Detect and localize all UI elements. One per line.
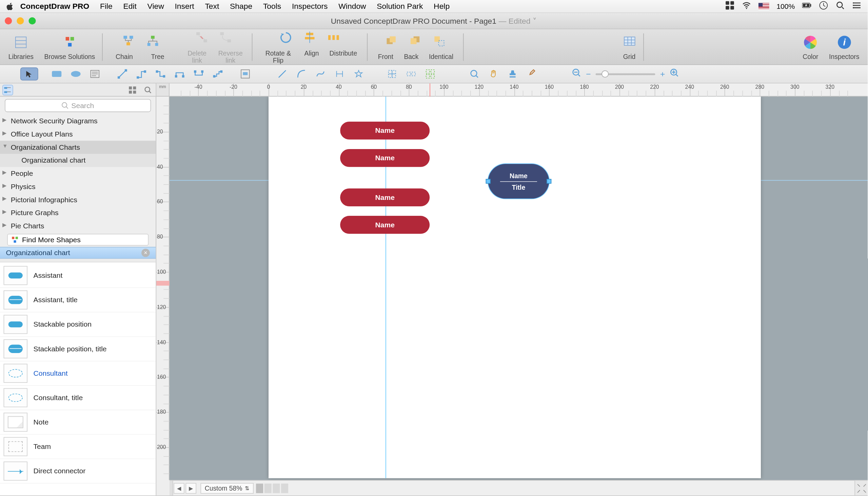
eyedropper-tool[interactable] [523, 67, 541, 81]
line-tool[interactable] [113, 67, 131, 81]
menu-solution-park[interactable]: Solution Park [377, 2, 423, 11]
insert-shape-tool[interactable] [236, 67, 254, 81]
next-page-button[interactable]: ▶ [185, 483, 196, 494]
category-subitem[interactable]: Organizational chart [0, 154, 155, 167]
stamp-tool[interactable] [504, 67, 522, 81]
org-consultant-shape[interactable]: NameTitle [488, 164, 549, 199]
shape-item[interactable]: Direct connector [0, 459, 155, 483]
menu-insert[interactable]: Insert [175, 2, 194, 11]
library-header[interactable]: Organizational chart × [0, 247, 155, 259]
shape-item[interactable]: Consultant, title [0, 386, 155, 410]
browse-solutions-button[interactable]: Browse Solutions [39, 29, 100, 64]
menu-tools[interactable]: Tools [263, 2, 281, 11]
page-tab-1[interactable] [256, 483, 263, 493]
inspectors-button[interactable]: i Inspectors [824, 29, 864, 64]
dimension-tool[interactable] [331, 67, 348, 81]
control-center-icon[interactable] [725, 1, 735, 12]
org-position-shape[interactable]: Name [340, 188, 430, 206]
reverse-link-button[interactable] [219, 31, 232, 46]
zoom-window-button[interactable] [29, 17, 35, 25]
curve-tool[interactable] [292, 67, 310, 81]
fit-to-window-button[interactable] [854, 480, 868, 496]
tree-button[interactable] [147, 34, 160, 50]
arc-tool[interactable] [273, 67, 291, 81]
pointer-tool[interactable] [20, 67, 38, 81]
select-all-tool[interactable] [421, 67, 439, 81]
page-tabs[interactable] [256, 483, 288, 493]
page[interactable]: NameNameNameNameNameTitle [269, 96, 761, 478]
menu-window[interactable]: Window [339, 2, 366, 11]
back-button[interactable] [409, 34, 422, 50]
menu-help[interactable]: Help [434, 2, 450, 11]
wifi-icon[interactable] [742, 1, 751, 12]
spotlight-icon[interactable] [836, 1, 845, 12]
vertical-ruler[interactable]: 20406080100120140160180200 [156, 96, 169, 480]
close-window-button[interactable] [5, 17, 12, 25]
org-position-shape[interactable]: Name [340, 216, 430, 234]
menu-inspectors[interactable]: Inspectors [292, 2, 328, 11]
menu-edit[interactable]: Edit [123, 2, 136, 11]
connector-u-tool[interactable] [190, 67, 208, 81]
category-item[interactable]: Network Security Diagrams [0, 114, 155, 128]
prev-page-button[interactable]: ◀ [174, 483, 184, 494]
org-position-shape[interactable]: Name [340, 122, 430, 140]
hand-tool[interactable] [484, 67, 503, 81]
grid-button[interactable]: Grid [618, 29, 641, 64]
category-item[interactable]: Pictorial Infographics [0, 193, 155, 206]
zoom-in-button[interactable] [670, 68, 679, 80]
text-tool[interactable] [86, 67, 104, 81]
scroll-splitter[interactable] [169, 481, 173, 496]
zoom-slider[interactable] [596, 73, 655, 75]
zoom-out-button[interactable] [572, 68, 581, 80]
zoom-tool[interactable] [465, 67, 483, 81]
shape-item[interactable]: Team [0, 435, 155, 459]
shape-item[interactable]: Assistant [0, 264, 155, 288]
battery-icon[interactable] [802, 1, 811, 12]
shape-item[interactable]: Note [0, 410, 155, 435]
star-tool[interactable] [349, 67, 368, 81]
shape-item[interactable]: Assistant, title [0, 288, 155, 312]
ruler-unit-label[interactable]: mm [156, 83, 169, 96]
front-button[interactable] [385, 34, 399, 50]
library-tree-tab[interactable] [2, 84, 13, 95]
app-name[interactable]: ConceptDraw PRO [20, 2, 89, 11]
select-area-tool[interactable] [383, 67, 401, 81]
connector-n-tool[interactable] [170, 67, 189, 81]
connector-l-tool[interactable] [133, 67, 151, 81]
canvas-viewport[interactable]: NameNameNameNameNameTitle [169, 96, 868, 480]
chain-button[interactable] [122, 34, 136, 50]
library-search-input[interactable]: Search [5, 99, 151, 112]
category-item[interactable]: Pie Charts [0, 219, 155, 233]
category-item[interactable]: Organizational Charts [0, 141, 155, 154]
zoom-select[interactable]: Custom 58%⇅ [200, 483, 254, 494]
page-tab-extra1[interactable] [273, 483, 280, 493]
close-library-button[interactable]: × [141, 249, 150, 257]
rect-tool[interactable] [48, 67, 66, 81]
category-item[interactable]: Office Layout Plans [0, 128, 155, 141]
minimize-window-button[interactable] [17, 17, 24, 25]
library-search-view[interactable] [143, 84, 154, 95]
page-tab-extra2[interactable] [281, 483, 288, 493]
menu-file[interactable]: File [100, 2, 113, 11]
connector-step-tool[interactable] [209, 67, 227, 81]
libraries-button[interactable]: Libraries [4, 29, 38, 64]
category-item[interactable]: Picture Graphs [0, 206, 155, 219]
spline-tool[interactable] [312, 67, 330, 81]
rotate-flip-button[interactable] [279, 31, 293, 46]
category-item[interactable]: People [0, 167, 155, 180]
shape-item[interactable]: Consultant [0, 361, 155, 386]
horizontal-ruler[interactable]: -40-200204060801001201401601802002202402… [169, 83, 868, 96]
shape-item[interactable]: Stackable position [0, 312, 155, 337]
menu-text[interactable]: Text [205, 2, 219, 11]
page-tab-add[interactable] [265, 483, 272, 493]
clock-icon[interactable] [819, 1, 828, 12]
connector-z-tool[interactable] [152, 67, 169, 81]
input-flag-icon[interactable] [759, 3, 769, 10]
apple-icon[interactable] [6, 2, 15, 11]
delete-link-button[interactable] [195, 31, 209, 46]
menu-view[interactable]: View [148, 2, 164, 11]
align-button[interactable] [303, 31, 316, 46]
menu-extras-icon[interactable] [852, 1, 862, 12]
shape-item[interactable]: Stackable position, title [0, 337, 155, 361]
find-more-shapes-button[interactable]: Find More Shapes [7, 234, 149, 246]
